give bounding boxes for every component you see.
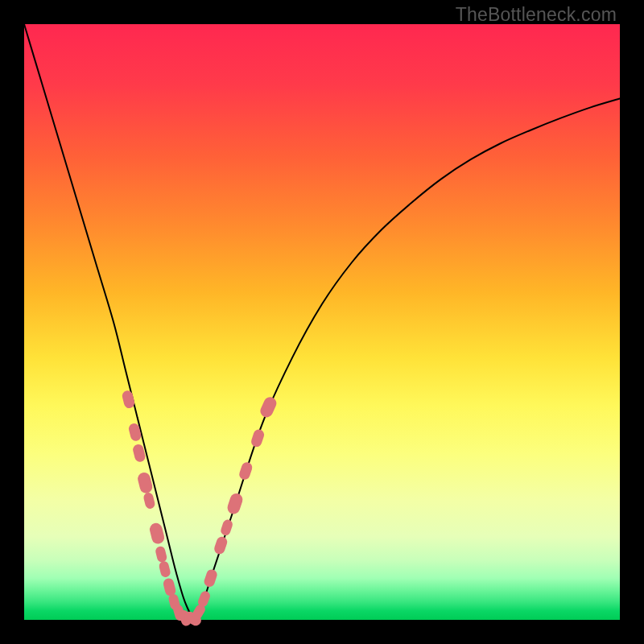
data-point — [238, 460, 254, 481]
data-point — [148, 522, 165, 545]
plot-area — [24, 24, 620, 620]
data-point — [220, 518, 234, 537]
chart-frame: TheBottleneck.com — [0, 0, 644, 644]
data-point — [162, 577, 176, 597]
data-point — [155, 545, 167, 563]
data-point — [250, 428, 265, 448]
data-point — [142, 492, 155, 510]
data-point — [225, 492, 244, 516]
watermark-text: TheBottleneck.com — [456, 4, 617, 26]
data-point — [203, 568, 218, 588]
curve-layer — [24, 24, 620, 620]
data-point — [213, 535, 228, 555]
data-point — [158, 560, 171, 578]
bottleneck-curve — [24, 24, 620, 617]
data-point — [258, 395, 279, 419]
data-points — [121, 390, 278, 628]
data-point — [121, 390, 135, 410]
